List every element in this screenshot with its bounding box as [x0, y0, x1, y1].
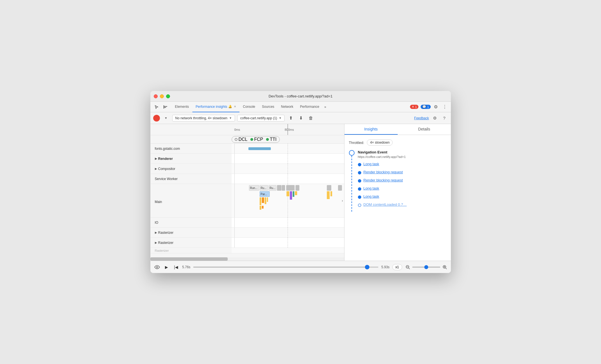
- more-tabs-button[interactable]: »: [323, 105, 328, 109]
- zoom-out-icon[interactable]: [405, 264, 411, 270]
- flame-6: [262, 206, 264, 209]
- throttle-badge[interactable]: 4× slowdown: [367, 139, 393, 146]
- tab-performance-insights[interactable]: Performance insights 🔔 ✕: [192, 102, 240, 112]
- more-options-icon[interactable]: ⋮: [441, 103, 449, 111]
- devtools-window: DevTools - coffee-cart.netlify.app/?ad=1…: [150, 91, 451, 273]
- insights-content[interactable]: Throttled: 4× slowdown Navigation Event …: [344, 135, 451, 261]
- main-content: 0ms 800ms 1,600ms DCL FCP: [150, 124, 451, 261]
- track-label-renderer: ▶ Renderer: [150, 154, 232, 164]
- long-task-link-3[interactable]: Long task: [364, 194, 379, 199]
- download-icon[interactable]: ⬇: [297, 114, 305, 122]
- feedback-link[interactable]: Feedback: [414, 116, 429, 120]
- title-bar: DevTools - coffee-cart.netlify.app/?ad=1: [150, 91, 451, 102]
- vline-dcl-r1: [288, 228, 288, 237]
- compositor-expand[interactable]: ▶: [155, 167, 157, 170]
- insight-item-5: DOM contentLoaded 0.7…: [358, 202, 446, 208]
- flame-purple: [290, 191, 292, 200]
- gray-mid-1[interactable]: [286, 185, 295, 191]
- zoom-controls: [405, 264, 448, 270]
- renderer-expand[interactable]: ▶: [155, 157, 157, 160]
- gray-mid-2[interactable]: [295, 185, 299, 191]
- tab-bar: Elements Performance insights 🔔 ✕ Consol…: [150, 102, 451, 112]
- track-content-main[interactable]: Run... Ru... Ru... Par...: [232, 184, 344, 217]
- run-bar-2[interactable]: Ru...: [260, 185, 268, 191]
- horizontal-scrollbar[interactable]: [150, 257, 344, 261]
- flame-right-2: [330, 191, 332, 196]
- tracks-area[interactable]: fonts.gstatic.com ▶ Renderer: [150, 144, 344, 257]
- close-button[interactable]: [154, 94, 158, 98]
- inspect-icon[interactable]: [162, 103, 169, 111]
- tab-bar-icons: [153, 103, 169, 111]
- playhead-slider[interactable]: [193, 267, 379, 268]
- dom-content-link[interactable]: DOM contentLoaded 0.7…: [364, 202, 407, 207]
- eye-icon[interactable]: [154, 264, 160, 270]
- tab-elements[interactable]: Elements: [172, 102, 192, 112]
- track-expand-right[interactable]: ›: [342, 199, 343, 203]
- skip-to-start-button[interactable]: |◀: [173, 264, 180, 270]
- track-fonts: fonts.gstatic.com: [150, 144, 344, 154]
- settings-icon[interactable]: ⚙: [432, 103, 440, 111]
- gray-bar-2[interactable]: [282, 185, 285, 191]
- track-content-service-worker[interactable]: [232, 174, 344, 184]
- rasterizer-2-expand[interactable]: ▶: [155, 241, 157, 244]
- scrollbar-thumb[interactable]: [150, 257, 228, 261]
- flame-4: [267, 197, 268, 202]
- run-bar-3[interactable]: Ru...: [269, 185, 276, 191]
- long-task-link-2[interactable]: Long task: [364, 186, 379, 190]
- upload-icon[interactable]: ⬆: [287, 114, 295, 122]
- track-content-renderer[interactable]: [232, 154, 344, 164]
- tab-insights[interactable]: Insights: [344, 124, 398, 135]
- parse-bar[interactable]: Par...: [260, 191, 270, 197]
- tab-sources[interactable]: Sources: [258, 102, 278, 112]
- minimize-button[interactable]: [160, 94, 164, 98]
- track-label-rasterizer-3: Rasterizer: [150, 248, 232, 253]
- toolbar: ▼ No network throttling, 4× slowdown ▼ c…: [150, 112, 451, 124]
- gray-right-1[interactable]: [327, 185, 331, 191]
- tab-network[interactable]: Network: [278, 102, 297, 112]
- tab-list: Elements Performance insights 🔔 ✕ Consol…: [172, 102, 407, 112]
- gray-bar-1[interactable]: [277, 185, 281, 191]
- flame-right-1: [327, 191, 330, 199]
- marker-800ms: 800ms: [285, 128, 294, 131]
- gray-right-2[interactable]: [338, 185, 342, 191]
- fullscreen-button[interactable]: [166, 94, 170, 98]
- track-content-rasterizer-1[interactable]: [232, 228, 344, 237]
- insight-item-0: Long task: [358, 162, 446, 167]
- rasterizer-1-expand[interactable]: ▶: [155, 231, 157, 234]
- track-content-rasterizer-2[interactable]: [232, 238, 344, 248]
- speed-badge[interactable]: x1: [392, 264, 402, 270]
- gear-icon[interactable]: ⚙: [431, 115, 439, 122]
- record-dropdown-arrow[interactable]: ▼: [162, 114, 170, 122]
- long-task-link-1[interactable]: Long task: [364, 162, 379, 166]
- cursor-icon[interactable]: [153, 103, 160, 111]
- track-rasterizer-1: ▶ Rasterizer: [150, 228, 344, 238]
- track-content-io[interactable]: [232, 218, 344, 227]
- error-badge[interactable]: ✕1: [410, 105, 418, 109]
- info-badge[interactable]: 💬1: [421, 105, 430, 109]
- help-icon[interactable]: ?: [441, 115, 448, 122]
- throttle-dropdown[interactable]: No network throttling, 4× slowdown ▼: [172, 115, 235, 122]
- track-service-worker: Service Worker: [150, 174, 344, 184]
- tab-console[interactable]: Console: [239, 102, 258, 112]
- target-dropdown[interactable]: coffee-cart.netlify.app (1) ▼: [237, 115, 285, 122]
- track-label-main: Main: [150, 184, 232, 217]
- render-blocking-link-2[interactable]: Render blocking request: [364, 178, 403, 182]
- track-content-rasterizer-3[interactable]: [232, 248, 344, 253]
- play-button[interactable]: ▶: [163, 264, 170, 270]
- insights-tabs: Insights Details: [344, 124, 451, 135]
- track-rasterizer-3: Rasterizer: [150, 248, 344, 253]
- timeline-line-nav: [349, 150, 355, 212]
- zoom-in-icon[interactable]: [442, 264, 448, 270]
- record-button[interactable]: [153, 115, 160, 122]
- track-content-compositor[interactable]: [232, 164, 344, 174]
- tab-details[interactable]: Details: [398, 124, 451, 135]
- delete-icon[interactable]: 🗑: [307, 114, 315, 122]
- tab-close-icon[interactable]: ✕: [234, 105, 236, 108]
- zoom-slider[interactable]: [412, 267, 440, 268]
- dcl-dot: [235, 138, 237, 141]
- render-blocking-link-1[interactable]: Render blocking request: [364, 170, 403, 174]
- run-bar-1[interactable]: Run...: [249, 185, 259, 191]
- tti-dot: [266, 138, 269, 141]
- tab-performance[interactable]: Performance: [297, 102, 323, 112]
- track-content-fonts[interactable]: [232, 144, 344, 153]
